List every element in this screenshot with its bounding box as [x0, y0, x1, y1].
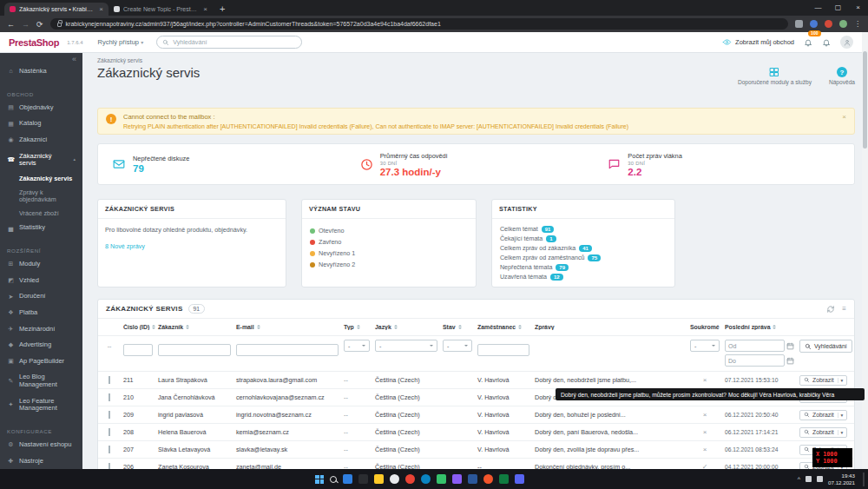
taskbar-clock[interactable]: 19:43 07.12.2021 — [828, 472, 855, 486]
new-messages-link[interactable]: 8 Nové zprávy — [105, 242, 279, 251]
column-header-private[interactable]: Soukromé — [687, 324, 722, 330]
extension-icon[interactable] — [810, 20, 818, 28]
column-header-messages[interactable]: Zprávy — [532, 324, 687, 330]
browser-menu-icon[interactable]: ⋮ — [854, 20, 861, 28]
table-row[interactable]: 211 Laura Strapáková strapakova.laura@gm… — [98, 372, 854, 389]
sidebar-item-nastaveni-eshopu[interactable]: ⚙Nastavení eshopu — [0, 437, 82, 453]
recommended-modules-button[interactable]: Doporučené moduly a služby — [738, 67, 812, 85]
row-checkbox[interactable] — [108, 463, 110, 469]
column-header-id[interactable]: Číslo (ID) — [121, 324, 155, 330]
row-checkbox[interactable] — [108, 411, 110, 419]
sidebar-item-ap-pagebuilder[interactable]: ▣Ap PageBuilder — [0, 354, 82, 370]
app-icon[interactable] — [358, 474, 368, 484]
sidebar-item-vzhled[interactable]: ◩Vzhled — [0, 273, 82, 289]
refresh-icon[interactable] — [842, 159, 854, 169]
sidebar-item-objednavky[interactable]: ▤Objednávky — [0, 100, 82, 116]
row-checkbox[interactable] — [108, 428, 110, 436]
help-button[interactable]: ? Nápověda — [829, 67, 855, 85]
new-tab-button[interactable]: + — [220, 3, 225, 14]
breadcrumb[interactable]: Zákaznický servis — [97, 57, 855, 63]
column-header-last-message[interactable]: Poslední zpráva — [722, 324, 797, 330]
extension-icon[interactable] — [825, 20, 832, 28]
filter-type-select[interactable]: - — [344, 340, 370, 352]
app-icon[interactable] — [390, 474, 399, 484]
sidebar-item-mezinarodni[interactable]: ✈Mezinárodní — [0, 321, 82, 338]
refresh-icon[interactable] — [826, 305, 835, 314]
volume-icon[interactable] — [817, 476, 823, 482]
table-row[interactable]: 208 Helena Bauerová kemia@seznam.cz -- Č… — [98, 424, 854, 441]
filter-status-select[interactable]: - — [443, 340, 472, 352]
edge-icon[interactable] — [421, 474, 431, 484]
table-row[interactable]: 209 ingrid pavlasová ingrid.novotna@sezn… — [98, 406, 854, 424]
table-row[interactable]: 207 Slávka Letavayová slavka@letavay.sk … — [98, 441, 854, 459]
chrome-icon[interactable] — [405, 474, 415, 484]
excel-icon[interactable] — [499, 474, 509, 484]
app-icon[interactable] — [452, 474, 462, 484]
row-checkbox[interactable] — [108, 446, 110, 453]
app-icon[interactable] — [483, 474, 493, 484]
bulk-select[interactable]: -- — [98, 340, 121, 349]
notification-edge[interactable] — [863, 472, 865, 486]
filter-email-input[interactable] — [236, 344, 339, 356]
messages-bell[interactable] — [822, 35, 831, 50]
close-button[interactable]: × — [848, 0, 868, 16]
sidebar-subitem-zpravy-k-objednavkam[interactable]: Zprávy k objednávkám — [0, 186, 82, 207]
view-button[interactable]: Zobrazit▾ — [799, 427, 847, 438]
sidebar-item-moduly[interactable]: ⊞Moduly — [0, 256, 82, 273]
sidebar-item-katalog[interactable]: ▦Katalog — [0, 116, 82, 132]
start-button[interactable] — [315, 475, 324, 484]
quick-access-dropdown[interactable]: Rychlý přístup ▾ — [98, 38, 144, 46]
row-checkbox[interactable] — [108, 376, 110, 384]
filter-employee-input[interactable] — [477, 344, 529, 356]
taskbar-search-icon[interactable] — [330, 476, 337, 483]
column-header-email[interactable]: E-mail — [233, 324, 341, 330]
browser-tab-active[interactable]: Zákaznický servis • Krabičky Ve × — [4, 3, 108, 16]
browser-profile-avatar[interactable] — [839, 20, 847, 28]
view-button[interactable]: Zobrazit▾ — [799, 410, 847, 420]
filter-private-select[interactable]: - — [690, 340, 720, 352]
sidebar-item-doruceni[interactable]: ➤Doručení — [0, 288, 82, 305]
browser-tab-inactive[interactable]: Create New Topic - PrestaShop × — [108, 3, 213, 16]
notifications-bell[interactable]: 100 — [804, 35, 812, 50]
filter-language-select[interactable]: - — [375, 340, 437, 352]
network-icon[interactable] — [806, 476, 812, 482]
back-icon[interactable]: ← — [7, 20, 15, 29]
view-button[interactable]: Zobrazit▾ — [799, 375, 847, 386]
sidebar-item-nastroje[interactable]: ✚Nástroje — [0, 453, 82, 469]
filter-customer-input[interactable] — [158, 344, 231, 356]
app-icon[interactable] — [515, 474, 524, 484]
file-explorer-icon[interactable] — [374, 474, 384, 484]
page-scrollbar[interactable] — [862, 32, 868, 469]
prestashop-logo[interactable]: PrestaShop — [9, 37, 59, 48]
sidebar-item-leo-feature[interactable]: ✦Leo Feature Management — [0, 393, 82, 417]
search-input[interactable] — [173, 38, 296, 46]
filter-id-input[interactable] — [123, 344, 153, 356]
sidebar-item-statistiky[interactable]: ▅Statistiky — [0, 220, 82, 236]
sidebar-item-platba[interactable]: ❖Platba — [0, 305, 82, 321]
word-icon[interactable] — [468, 474, 477, 484]
tray-expand-icon[interactable]: ^ — [798, 476, 800, 482]
sidebar-item-zakaznici[interactable]: ◉Zákazníci — [0, 132, 82, 149]
profile-avatar[interactable] — [840, 36, 853, 49]
extensions-icon[interactable] — [795, 20, 803, 28]
sidebar-item-nastenka[interactable]: ⌂Nástěnka — [0, 63, 82, 80]
column-header-customer[interactable]: Zákazník — [155, 324, 233, 330]
filter-date-from-input[interactable] — [725, 340, 785, 352]
search-button[interactable]: Vyhledávání — [799, 340, 852, 353]
sidebar-item-advertising[interactable]: ◆Advertising — [0, 337, 82, 354]
alert-close-icon[interactable]: × — [842, 113, 846, 121]
column-header-status[interactable]: Stav — [440, 324, 475, 330]
sidebar-item-leo-blog[interactable]: ✎Leo Blog Management — [0, 369, 82, 393]
maximize-button[interactable]: ▢ — [828, 0, 848, 16]
column-header-employee[interactable]: Zaměstnanec — [475, 324, 532, 330]
column-header-language[interactable]: Jazyk — [372, 324, 440, 330]
reload-icon[interactable]: ⟳ — [36, 20, 43, 29]
forward-icon[interactable]: → — [22, 20, 30, 29]
app-icon[interactable] — [343, 474, 352, 484]
tab-close-icon[interactable]: × — [203, 5, 207, 13]
sidebar-item-zakaznicky-servis[interactable]: ☎Zákaznický servis▴ — [0, 149, 82, 172]
row-checkbox[interactable] — [108, 393, 110, 401]
sidebar-collapse-button[interactable]: « — [0, 53, 82, 63]
table-menu-icon[interactable]: ≡ — [842, 305, 846, 313]
minimize-button[interactable]: — — [808, 0, 828, 16]
